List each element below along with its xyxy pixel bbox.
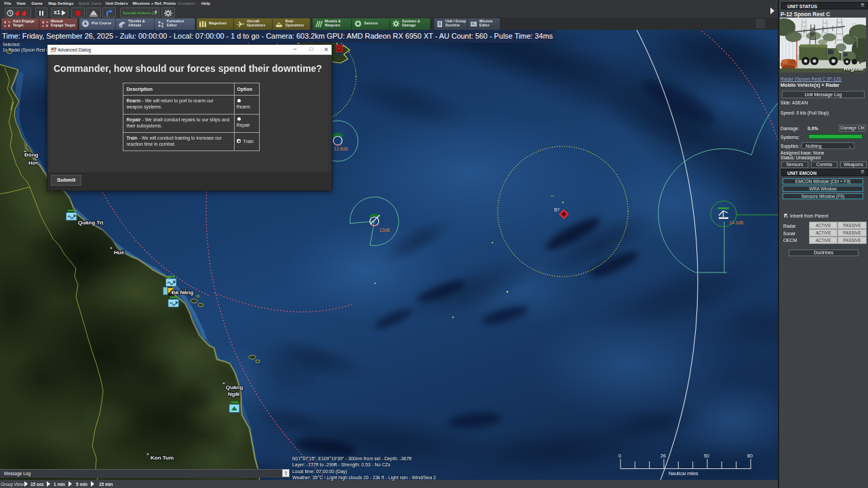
svg-text:12dB: 12dB — [380, 228, 391, 232]
svg-text:26: 26 — [660, 453, 666, 458]
svg-text:Đồng: Đồng — [24, 152, 39, 158]
svg-text:Kon Tum: Kon Tum — [151, 455, 174, 461]
svg-text:Huế: Huế — [114, 249, 125, 256]
svg-text:14.2dB: 14.2dB — [730, 220, 745, 225]
svg-text:Ngãi: Ngãi — [228, 391, 239, 397]
svg-text:S?: S? — [554, 207, 559, 212]
svg-text:0: 0 — [618, 453, 621, 458]
svg-text:Đà Nẵng: Đà Nẵng — [172, 289, 194, 296]
svg-text:Hới: Hới — [28, 160, 38, 166]
svg-text:80: 80 — [747, 453, 753, 458]
svg-text:50: 50 — [704, 453, 709, 458]
svg-text:Nautical miles: Nautical miles — [669, 471, 698, 476]
svg-text:12.8dB: 12.8dB — [334, 146, 349, 151]
svg-text:Quảng Trị: Quảng Trị — [78, 220, 103, 226]
svg-text:Quảng: Quảng — [226, 384, 243, 390]
